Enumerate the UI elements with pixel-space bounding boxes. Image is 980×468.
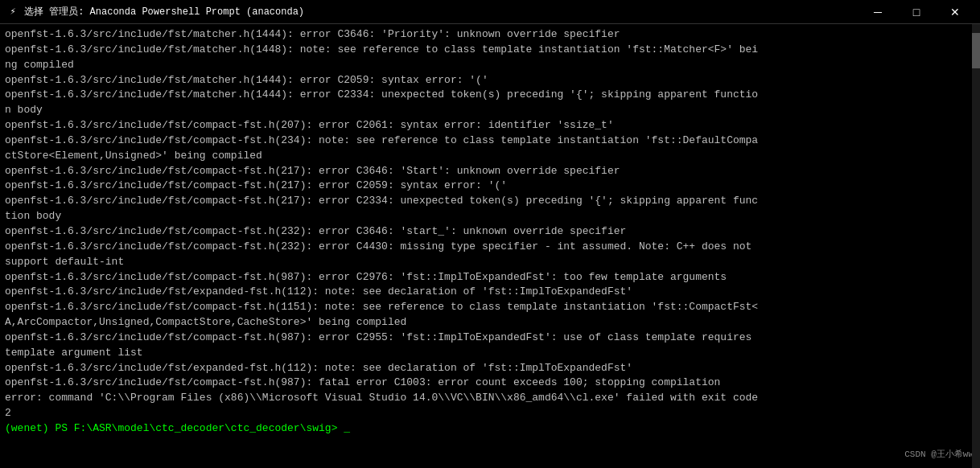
minimize-button[interactable]: ─ [859, 3, 896, 21]
title-bar: ⚡ 选择 管理员: Anaconda Powershell Prompt (an… [0, 0, 980, 24]
terminal-line: openfst-1.6.3/src/include/fst/compact-fs… [5, 118, 975, 133]
window: ⚡ 选择 管理员: Anaconda Powershell Prompt (an… [0, 0, 980, 468]
terminal-line: openfst-1.6.3/src/include/fst/compact-fs… [5, 376, 975, 391]
terminal-line: openfst-1.6.3/src/include/fst/compact-fs… [5, 300, 975, 315]
scrollbar-thumb[interactable] [972, 33, 980, 68]
terminal-prompt: (wenet) PS F:\ASR\model\ctc_decoder\ctc_… [5, 421, 975, 437]
terminal-line: tion body [5, 209, 975, 224]
terminal-line: openfst-1.6.3/src/include/fst/compact-fs… [5, 179, 975, 194]
app-icon: ⚡ [6, 6, 19, 18]
terminal-line: openfst-1.6.3/src/include/fst/expanded-f… [5, 361, 975, 376]
terminal-line: support default-int [5, 255, 975, 270]
terminal-line: openfst-1.6.3/src/include/fst/compact-fs… [5, 133, 975, 149]
title-bar-left: ⚡ 选择 管理员: Anaconda Powershell Prompt (an… [6, 5, 304, 18]
terminal-line: openfst-1.6.3/src/include/fst/expanded-f… [5, 285, 975, 300]
terminal-body[interactable]: openfst-1.6.3/src/include/fst/matcher.h(… [0, 24, 980, 468]
terminal-line: ctStore<Element,Unsigned>' being compile… [5, 149, 975, 164]
terminal-line: openfst-1.6.3/src/include/fst/compact-fs… [5, 270, 975, 285]
terminal-line: A,ArcCompactor,Unsigned,CompactStore,Cac… [5, 315, 975, 330]
terminal-line: openfst-1.6.3/src/include/fst/matcher.h(… [5, 88, 975, 103]
terminal-line: openfst-1.6.3/src/include/fst/matcher.h(… [5, 73, 975, 88]
watermark: CSDN @王小希ww [904, 449, 974, 462]
terminal-line: 2 [5, 406, 975, 421]
terminal-line: template argument list [5, 346, 975, 361]
terminal-line: n body [5, 103, 975, 118]
close-button[interactable]: ✕ [937, 3, 974, 21]
scrollbar[interactable] [972, 24, 980, 468]
terminal-line: openfst-1.6.3/src/include/fst/compact-fs… [5, 240, 975, 255]
terminal-line: error: command 'C:\\Program Files (x86)\… [5, 391, 975, 406]
window-title: 选择 管理员: Anaconda Powershell Prompt (anac… [24, 5, 304, 18]
terminal-line: openfst-1.6.3/src/include/fst/compact-fs… [5, 224, 975, 240]
maximize-button[interactable]: □ [898, 3, 935, 21]
terminal-line: openfst-1.6.3/src/include/fst/matcher.h(… [5, 43, 975, 58]
title-bar-controls: ─ □ ✕ [859, 3, 974, 21]
terminal-line: openfst-1.6.3/src/include/fst/matcher.h(… [5, 27, 975, 43]
terminal-line: openfst-1.6.3/src/include/fst/compact-fs… [5, 164, 975, 179]
terminal-line: openfst-1.6.3/src/include/fst/compact-fs… [5, 330, 975, 346]
terminal-line: openfst-1.6.3/src/include/fst/compact-fs… [5, 194, 975, 209]
terminal-line: ng compiled [5, 58, 975, 73]
terminal-output: openfst-1.6.3/src/include/fst/matcher.h(… [5, 27, 975, 421]
